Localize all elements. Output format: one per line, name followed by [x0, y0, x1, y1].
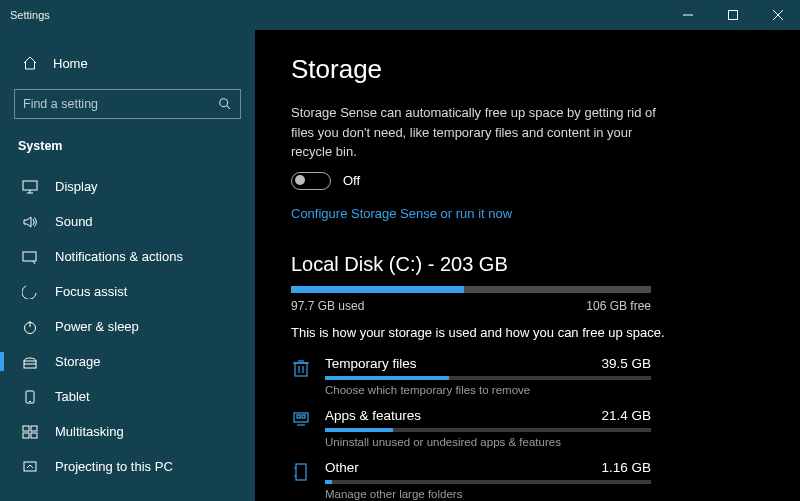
disk-title: Local Disk (C:) - 203 GB	[291, 253, 764, 276]
nav-icon	[22, 320, 38, 334]
search-input[interactable]	[23, 97, 218, 111]
svg-rect-8	[23, 252, 36, 261]
nav-label: Multitasking	[55, 424, 124, 439]
category-bar	[325, 376, 651, 380]
category-name: Apps & features	[325, 408, 421, 423]
disk-used-label: 97.7 GB used	[291, 299, 364, 313]
category-sub: Uninstall unused or undesired apps & fea…	[325, 436, 651, 448]
sidebar-item-sound[interactable]: Sound	[0, 204, 255, 239]
svg-rect-25	[294, 413, 308, 422]
nav-label: Notifications & actions	[55, 249, 183, 264]
search-input-wrapper[interactable]	[14, 89, 241, 119]
sidebar-item-focus-assist[interactable]: Focus assist	[0, 274, 255, 309]
disk-free-label: 106 GB free	[586, 299, 651, 313]
window-title: Settings	[10, 9, 665, 21]
nav-label: Projecting to this PC	[55, 459, 173, 474]
sidebar-item-projecting-to-this-pc[interactable]: Projecting to this PC	[0, 449, 255, 484]
nav-icon	[22, 215, 38, 229]
storage-sense-description: Storage Sense can automatically free up …	[291, 103, 671, 162]
storage-category-apps-features[interactable]: Apps & features21.4 GB Uninstall unused …	[291, 408, 764, 456]
svg-rect-5	[23, 181, 37, 190]
nav-icon	[22, 180, 38, 194]
minimize-button[interactable]	[665, 0, 710, 30]
category-name: Other	[325, 460, 359, 475]
page-title: Storage	[291, 54, 764, 85]
category-sub: Manage other large folders	[325, 488, 651, 500]
nav-icon	[22, 425, 38, 439]
svg-rect-18	[31, 433, 37, 438]
svg-rect-16	[31, 426, 37, 431]
window-controls	[665, 0, 800, 30]
main-content: Storage Storage Sense can automatically …	[255, 30, 800, 501]
home-icon	[22, 55, 38, 71]
nav-label: Focus assist	[55, 284, 127, 299]
svg-rect-17	[23, 433, 29, 438]
category-sub: Choose which temporary files to remove	[325, 384, 651, 396]
nav-icon	[22, 285, 38, 299]
sidebar-item-power-sleep[interactable]: Power & sleep	[0, 309, 255, 344]
search-icon	[218, 97, 232, 111]
svg-rect-26	[297, 415, 300, 418]
sidebar-item-notifications-actions[interactable]: Notifications & actions	[0, 239, 255, 274]
category-size: 21.4 GB	[601, 408, 651, 423]
home-button[interactable]: Home	[0, 45, 255, 89]
nav-icon	[22, 460, 38, 474]
home-label: Home	[53, 56, 88, 71]
category-icon	[291, 356, 311, 404]
maximize-button[interactable]	[710, 0, 755, 30]
sidebar-item-multitasking[interactable]: Multitasking	[0, 414, 255, 449]
configure-storage-sense-link[interactable]: Configure Storage Sense or run it now	[291, 206, 512, 221]
sidebar-item-tablet[interactable]: Tablet	[0, 379, 255, 414]
nav-label: Tablet	[55, 389, 90, 404]
svg-rect-29	[296, 464, 306, 480]
category-icon	[291, 460, 311, 502]
category-icon	[291, 408, 311, 456]
nav-icon	[22, 390, 38, 404]
close-button[interactable]	[755, 0, 800, 30]
disk-usage-bar	[291, 286, 651, 293]
nav-label: Storage	[55, 354, 101, 369]
category-bar	[325, 428, 651, 432]
storage-category-temporary-files[interactable]: Temporary files39.5 GB Choose which temp…	[291, 356, 764, 404]
svg-rect-20	[295, 363, 307, 376]
nav-label: Power & sleep	[55, 319, 139, 334]
nav-label: Sound	[55, 214, 93, 229]
sidebar-item-storage[interactable]: Storage	[0, 344, 255, 379]
nav-icon	[22, 355, 38, 369]
svg-rect-15	[23, 426, 29, 431]
sidebar: Home System DisplaySoundNotifications & …	[0, 30, 255, 501]
storage-category-other[interactable]: Other1.16 GB Manage other large folders	[291, 460, 764, 502]
sidebar-item-display[interactable]: Display	[0, 169, 255, 204]
titlebar: Settings	[0, 0, 800, 30]
storage-sense-toggle[interactable]	[291, 172, 331, 190]
svg-rect-1	[728, 11, 737, 20]
disk-description: This is how your storage is used and how…	[291, 325, 764, 340]
toggle-state-label: Off	[343, 173, 360, 188]
nav-label: Display	[55, 179, 98, 194]
nav-icon	[22, 250, 38, 264]
category-size: 1.16 GB	[601, 460, 651, 475]
section-label: System	[0, 133, 255, 169]
svg-rect-19	[24, 462, 36, 471]
category-name: Temporary files	[325, 356, 417, 371]
category-size: 39.5 GB	[601, 356, 651, 371]
svg-rect-27	[302, 415, 305, 418]
category-bar	[325, 480, 651, 484]
